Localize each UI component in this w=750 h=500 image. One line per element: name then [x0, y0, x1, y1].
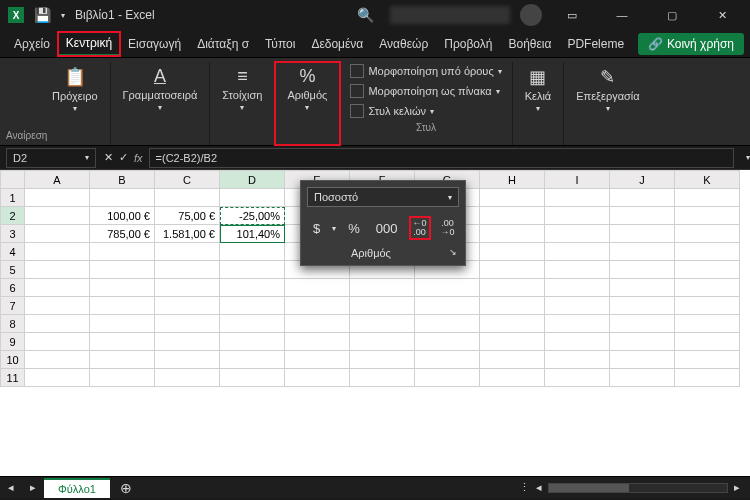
- autosave-chevron[interactable]: ▾: [61, 11, 65, 20]
- format-as-table-button[interactable]: Μορφοποίηση ως πίνακα▾: [346, 82, 505, 100]
- row-header[interactable]: 1: [1, 189, 25, 207]
- row-header[interactable]: 4: [1, 243, 25, 261]
- cancel-formula-icon[interactable]: ✕: [104, 151, 113, 164]
- dialog-launcher-icon[interactable]: ↘: [449, 247, 457, 259]
- cell-styles-button[interactable]: Στυλ κελιών▾: [346, 102, 505, 120]
- tab-data[interactable]: Δεδομένα: [303, 33, 371, 55]
- chevron-down-icon: ▾: [85, 153, 89, 162]
- editing-icon: ✎: [600, 66, 615, 88]
- chevron-down-icon: ▾: [606, 104, 610, 113]
- tab-review[interactable]: Αναθεώρ: [371, 33, 436, 55]
- cell-B3[interactable]: 785,00 €: [90, 225, 155, 243]
- sheet-tab-bar: ◂ ▸ Φύλλο1 ⊕ ⋮ ◂ ▸: [0, 476, 750, 498]
- cells-button[interactable]: ▦ Κελιά ▾: [519, 62, 558, 117]
- editing-button[interactable]: ✎ Επεξεργασία ▾: [570, 62, 645, 117]
- paste-button[interactable]: 📋 Πρόχειρο ▾: [46, 62, 104, 117]
- close-button[interactable]: ✕: [702, 2, 742, 28]
- row-header[interactable]: 9: [1, 333, 25, 351]
- cell-D2[interactable]: -25,00%: [220, 207, 285, 225]
- col-header[interactable]: I: [545, 171, 610, 189]
- row-header[interactable]: 2: [1, 207, 25, 225]
- col-header[interactable]: D: [220, 171, 285, 189]
- align-button[interactable]: ≡ Στοίχιση ▾: [216, 62, 268, 116]
- col-header[interactable]: C: [155, 171, 220, 189]
- undo-group-label: Αναίρεση: [6, 130, 47, 141]
- group-editing: ✎ Επεξεργασία ▾: [564, 62, 651, 145]
- tab-insert[interactable]: Εισαγωγή: [120, 33, 189, 55]
- tab-view[interactable]: Προβολή: [436, 33, 500, 55]
- row-header[interactable]: 11: [1, 369, 25, 387]
- comma-format-button[interactable]: 000: [372, 219, 402, 238]
- tab-file[interactable]: Αρχείο: [6, 33, 58, 55]
- sheet-nav-prev[interactable]: ◂: [0, 481, 22, 494]
- number-format-button[interactable]: % Αριθμός ▾: [281, 62, 333, 116]
- align-icon: ≡: [237, 66, 248, 87]
- cell-C2[interactable]: 75,00 €: [155, 207, 220, 225]
- group-align: ≡ Στοίχιση ▾: [210, 62, 275, 145]
- col-header[interactable]: H: [480, 171, 545, 189]
- increase-decimal-button[interactable]: ←0 .00: [410, 217, 430, 239]
- styles-group-label: Στυλ: [416, 120, 436, 137]
- align-label: Στοίχιση: [222, 89, 262, 101]
- search-icon[interactable]: 🔍: [357, 7, 374, 23]
- tab-pdf[interactable]: PDFeleme: [559, 33, 632, 55]
- share-button[interactable]: 🔗 Κοινή χρήση: [638, 33, 744, 55]
- name-box[interactable]: D2▾: [6, 148, 96, 168]
- excel-icon: X: [8, 7, 24, 23]
- sheet-options-icon[interactable]: ⋮: [519, 481, 530, 494]
- col-header[interactable]: A: [25, 171, 90, 189]
- chevron-down-icon: ▾: [73, 104, 77, 113]
- add-sheet-button[interactable]: ⊕: [110, 480, 142, 496]
- cell-B2[interactable]: 100,00 €: [90, 207, 155, 225]
- ribbon-options-icon[interactable]: ▭: [552, 2, 592, 28]
- percent-format-button[interactable]: %: [344, 219, 364, 238]
- cell-styles-label: Στυλ κελιών: [368, 105, 426, 117]
- row-header[interactable]: 10: [1, 351, 25, 369]
- sheet-tab[interactable]: Φύλλο1: [44, 478, 110, 498]
- scrollbar-thumb[interactable]: [549, 484, 629, 492]
- group-number: % Αριθμός ▾: [275, 62, 340, 145]
- tab-formulas[interactable]: Τύποι: [257, 33, 303, 55]
- conditional-formatting-button[interactable]: Μορφοποίηση υπό όρους▾: [346, 62, 505, 80]
- formula-input[interactable]: [149, 148, 734, 168]
- group-styles: Μορφοποίηση υπό όρους▾ Μορφοποίηση ως πί…: [340, 62, 512, 145]
- decrease-decimal-button[interactable]: .00 →0: [438, 217, 458, 239]
- accept-formula-icon[interactable]: ✓: [119, 151, 128, 164]
- ribbon: Αναίρεση 📋 Πρόχειρο ▾ A Γραμματοσειρά ▾ …: [0, 58, 750, 146]
- font-button[interactable]: A Γραμματοσειρά ▾: [117, 62, 204, 116]
- fx-icon[interactable]: fx: [134, 152, 143, 164]
- col-header[interactable]: B: [90, 171, 155, 189]
- col-header[interactable]: J: [610, 171, 675, 189]
- tab-help[interactable]: Βοήθεια: [500, 33, 559, 55]
- chevron-down-icon[interactable]: ▾: [332, 224, 336, 233]
- horizontal-scrollbar[interactable]: [548, 483, 728, 493]
- col-header[interactable]: K: [675, 171, 740, 189]
- cond-fmt-label: Μορφοποίηση υπό όρους: [368, 65, 493, 77]
- save-icon[interactable]: 💾: [34, 7, 51, 23]
- select-all-corner[interactable]: [1, 171, 25, 189]
- tab-home[interactable]: Κεντρική: [58, 32, 120, 56]
- user-avatar[interactable]: [520, 4, 542, 26]
- group-cells: ▦ Κελιά ▾: [513, 62, 565, 145]
- number-format-combo[interactable]: Ποσοστό ▾: [307, 187, 459, 207]
- group-font: A Γραμματοσειρά ▾: [111, 62, 211, 145]
- sheet-nav-next[interactable]: ▸: [22, 481, 44, 494]
- row-header[interactable]: 6: [1, 279, 25, 297]
- row-header[interactable]: 5: [1, 261, 25, 279]
- row-header[interactable]: 8: [1, 315, 25, 333]
- cell-C3[interactable]: 1.581,00 €: [155, 225, 220, 243]
- hscroll-right[interactable]: ▸: [734, 481, 740, 494]
- cell-D3[interactable]: 101,40%: [220, 225, 285, 243]
- hscroll-left[interactable]: ◂: [536, 481, 542, 494]
- chevron-down-icon: ▾: [158, 103, 162, 112]
- maximize-button[interactable]: ▢: [652, 2, 692, 28]
- currency-format-button[interactable]: $: [309, 219, 324, 238]
- cell-styles-icon: [350, 104, 364, 118]
- row-header[interactable]: 3: [1, 225, 25, 243]
- name-box-value: D2: [13, 152, 27, 164]
- clipboard-icon: 📋: [64, 66, 86, 88]
- minimize-button[interactable]: —: [602, 2, 642, 28]
- tab-layout[interactable]: Διάταξη σ: [189, 33, 257, 55]
- formula-expand-icon[interactable]: ▾: [746, 153, 750, 162]
- row-header[interactable]: 7: [1, 297, 25, 315]
